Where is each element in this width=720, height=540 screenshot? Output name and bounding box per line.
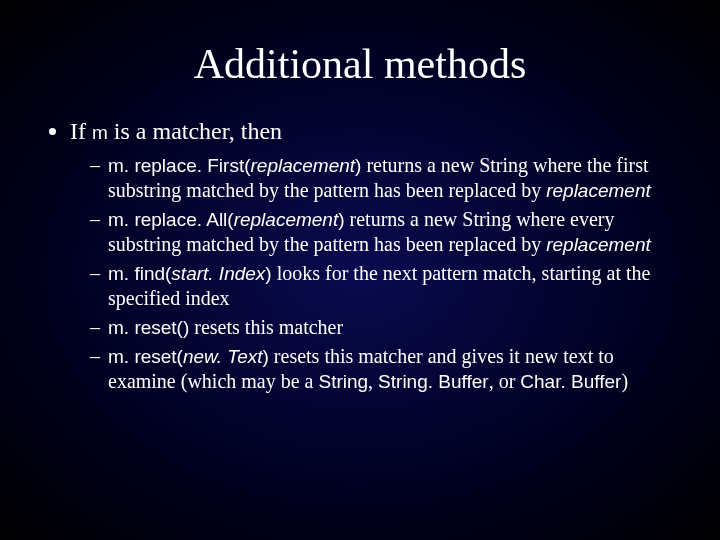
sub-list: m. replace. First(replacement) returns a… [90, 153, 680, 394]
sep: , or [489, 370, 521, 392]
method-param: start. Index [171, 263, 265, 284]
method-desc-param: replacement [546, 234, 651, 255]
top-bullet: If m is a matcher, then m. replace. Firs… [70, 118, 680, 394]
list-item: m. reset() resets this matcher [90, 315, 680, 340]
method-param: replacement [251, 155, 356, 176]
top-list: If m is a matcher, then m. replace. Firs… [70, 118, 680, 394]
method-desc: resets this matcher [189, 316, 343, 338]
slide: Additional methods If m is a matcher, th… [0, 0, 720, 540]
method-param: new. Text [183, 346, 263, 367]
method-code: m. find( [108, 263, 171, 284]
list-item: m. replace. First(replacement) returns a… [90, 153, 680, 203]
method-code: m. reset( [108, 346, 183, 367]
desc-end: ) [621, 370, 628, 392]
method-code: m. replace. First( [108, 155, 251, 176]
slide-title: Additional methods [40, 40, 680, 88]
method-code: m. reset() [108, 317, 189, 338]
top-bullet-suffix: is a matcher, then [108, 118, 282, 144]
method-param: replacement [234, 209, 339, 230]
list-item: m. find(start. Index) looks for the next… [90, 261, 680, 311]
type-ref: String. Buffer [378, 371, 489, 392]
sep: , [368, 370, 378, 392]
list-item: m. replace. All(replacement) returns a n… [90, 207, 680, 257]
top-bullet-prefix: If [70, 118, 92, 144]
method-code: m. replace. All( [108, 209, 234, 230]
type-ref: Char. Buffer [520, 371, 621, 392]
method-desc-param: replacement [546, 180, 651, 201]
list-item: m. reset(new. Text) resets this matcher … [90, 344, 680, 394]
top-bullet-code: m [92, 122, 108, 143]
type-ref: String [318, 371, 368, 392]
